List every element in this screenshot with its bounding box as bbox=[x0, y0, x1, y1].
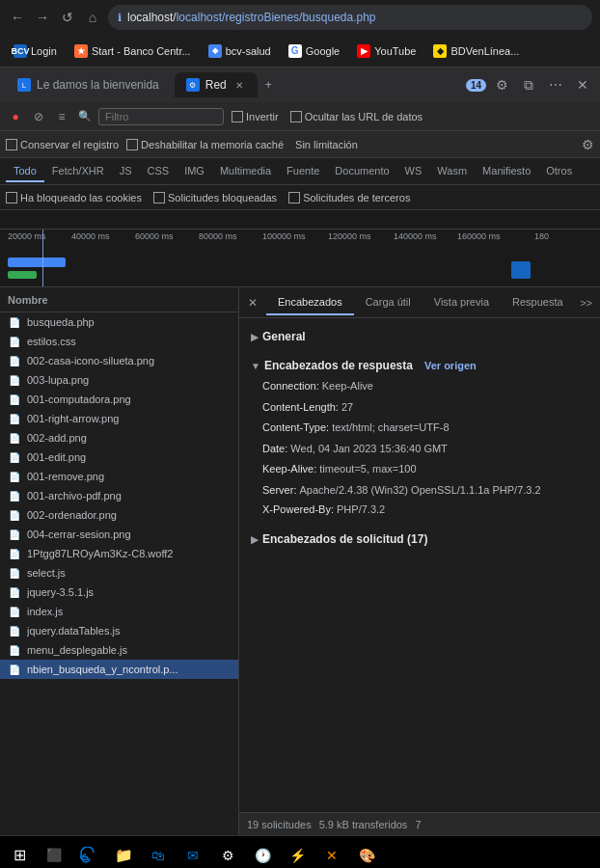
filter-tab-img[interactable]: IMG bbox=[177, 161, 212, 182]
file-name-f14: select.js bbox=[27, 567, 66, 579]
bookmark-bdven-label: BDVenLínea... bbox=[450, 45, 519, 57]
more-button[interactable]: ⋯ bbox=[544, 73, 567, 96]
tab-respuesta[interactable]: Respuesta bbox=[501, 290, 575, 315]
address-bar[interactable]: ℹ localhost/localhost/registroBienes/bus… bbox=[108, 5, 592, 30]
bloqueado-checkbox[interactable]: Ha bloqueado las cookies bbox=[6, 192, 142, 203]
filter-tab-manifiesto[interactable]: Manifiesto bbox=[475, 161, 538, 182]
filter-input[interactable] bbox=[98, 108, 224, 125]
header-row-content-type: Content-Type: text/html; charset=UTF-8 bbox=[251, 418, 588, 439]
ocultar-checkbox[interactable]: Ocultar las URL de datos bbox=[290, 111, 423, 122]
filter-tab-js[interactable]: JS bbox=[112, 161, 140, 182]
file-item-f7[interactable]: 📄 002-add.png bbox=[0, 428, 238, 448]
filter-tab-fetch[interactable]: Fetch/XHR bbox=[44, 161, 112, 182]
edge-button[interactable] bbox=[73, 840, 104, 869]
file-item-f18[interactable]: 📄 menu_desplegable.js bbox=[0, 640, 238, 660]
invertir-check-box[interactable] bbox=[232, 111, 243, 122]
sublime-button[interactable]: ⚡ bbox=[282, 840, 313, 869]
clock-button[interactable]: 🕐 bbox=[247, 840, 278, 869]
explorer-button[interactable]: 📁 bbox=[108, 840, 139, 869]
invertir-checkbox[interactable]: Invertir bbox=[232, 111, 279, 122]
filter-tab-documento[interactable]: Documento bbox=[327, 161, 396, 182]
terceros-checkbox[interactable]: Solicitudes de terceros bbox=[288, 192, 410, 203]
conservar-checkbox[interactable]: Conservar el registro bbox=[6, 139, 119, 150]
tab-preview[interactable]: Vista previa bbox=[423, 290, 501, 315]
file-item-f16[interactable]: 📄 index.js bbox=[0, 602, 238, 621]
bookmark-start-label: Start - Banco Centr... bbox=[92, 45, 191, 57]
view-source-link[interactable]: Ver origen bbox=[424, 360, 477, 371]
file-name-f5: 001-computadora.png bbox=[27, 393, 131, 405]
tab-carga[interactable]: Carga útil bbox=[354, 290, 423, 315]
file-item-f15[interactable]: 📄 jquery-3.5.1.js bbox=[0, 583, 238, 602]
file-item-f4[interactable]: 📄 003-lupa.png bbox=[0, 370, 238, 390]
file-item-f3[interactable]: 📄 002-casa-icono-silueta.png bbox=[0, 351, 238, 370]
filter-tab-otros[interactable]: Otros bbox=[538, 161, 580, 182]
deshabilitar-checkbox[interactable]: Deshabilitar la memoria caché bbox=[126, 139, 284, 150]
file-item-f5[interactable]: 📄 001-computadora.png bbox=[0, 390, 238, 409]
file-item-busqueda[interactable]: 📄 busqueda.php bbox=[0, 312, 238, 332]
edge-icon bbox=[80, 847, 97, 864]
file-item-f8[interactable]: 📄 001-edit.png bbox=[0, 448, 238, 467]
filter-tab-wasm[interactable]: Wasm bbox=[429, 161, 475, 182]
timeline[interactable]: 20000 ms 40000 ms 60000 ms 80000 ms 1000… bbox=[0, 210, 600, 287]
file-item-f14[interactable]: 📄 select.js bbox=[0, 563, 238, 583]
deshabilitar-check-box[interactable] bbox=[126, 139, 138, 150]
file-js-icon-18: 📄 bbox=[8, 643, 21, 657]
tab-bienvenida[interactable]: L Le damos la bienvenida bbox=[6, 72, 171, 97]
general-section-header[interactable]: ▶ General bbox=[251, 326, 588, 347]
conservar-check-box[interactable] bbox=[6, 139, 17, 150]
tab-new[interactable]: + bbox=[261, 74, 276, 95]
solicitudes-bloq-checkbox[interactable]: Solicitudes bloqueadas bbox=[153, 192, 277, 203]
bookmark-bdven[interactable]: ◆ BDVenLínea... bbox=[425, 41, 527, 61]
file-item-f10[interactable]: 📄 001-archivo-pdf.png bbox=[0, 486, 238, 505]
request-section-header[interactable]: ▶ Encabezados de solicitud (17) bbox=[251, 529, 588, 550]
task-view-button[interactable]: ⬛ bbox=[39, 840, 69, 869]
start-button[interactable]: ⊞ bbox=[4, 840, 35, 869]
back-button[interactable]: ← bbox=[8, 8, 27, 27]
file-item-f13[interactable]: 📄 1Ptgg87LROyAm3Kz-C8.woff2 bbox=[0, 544, 238, 563]
extensions-button[interactable]: ⧉ bbox=[517, 73, 540, 96]
more-tabs-button[interactable]: >> bbox=[576, 293, 596, 312]
throttle-gear-icon[interactable]: ⚙ bbox=[582, 137, 594, 152]
close-window-button[interactable]: ✕ bbox=[571, 73, 594, 96]
bookmark-youtube[interactable]: ▶ YouTube bbox=[349, 41, 423, 61]
search-button[interactable]: 🔍 bbox=[75, 107, 95, 126]
file-item-f9[interactable]: 📄 001-remove.png bbox=[0, 467, 238, 486]
settings-button[interactable]: ⚙ bbox=[490, 73, 513, 96]
settings-taskbar-button[interactable]: ⚙ bbox=[212, 840, 243, 869]
tab-red-close[interactable]: ✕ bbox=[232, 78, 246, 92]
file-item-f11[interactable]: 📄 002-ordenador.png bbox=[0, 505, 238, 525]
details-close-button[interactable]: ✕ bbox=[243, 293, 262, 312]
filter-tab-multimedia[interactable]: Multimedia bbox=[212, 161, 279, 182]
response-section-header[interactable]: ▼ Encabezados de respuesta Ver origen bbox=[251, 355, 588, 376]
bookmark-bcv[interactable]: BCV Login bbox=[6, 41, 65, 61]
header-key-connection: Connection: bbox=[262, 380, 322, 392]
filter-toggle-button[interactable]: ≡ bbox=[52, 107, 71, 126]
file-item-f12[interactable]: 📄 004-cerrar-sesion.png bbox=[0, 525, 238, 544]
tab-badge: 14 bbox=[466, 79, 486, 92]
refresh-button[interactable]: ↺ bbox=[58, 8, 77, 27]
file-item-f17[interactable]: 📄 jquery.dataTables.js bbox=[0, 621, 238, 640]
file-item-estilos[interactable]: 📄 estilos.css bbox=[0, 332, 238, 351]
filter-tab-css[interactable]: CSS bbox=[140, 161, 177, 182]
bookmarks-bar: BCV Login ★ Start - Banco Centr... ◆ bcv… bbox=[0, 35, 600, 68]
bookmark-google[interactable]: G Google bbox=[281, 41, 347, 61]
xampp-button[interactable]: ✕ bbox=[316, 840, 347, 869]
filter-tab-fuente[interactable]: Fuente bbox=[279, 161, 327, 182]
clear-button[interactable]: ⊘ bbox=[29, 107, 48, 126]
timeline-area[interactable]: 20000 ms 40000 ms 60000 ms 80000 ms 1000… bbox=[0, 230, 600, 286]
ocultar-check-box[interactable] bbox=[290, 111, 302, 122]
store-button[interactable]: 🛍 bbox=[143, 840, 174, 869]
filter-tab-todo[interactable]: Todo bbox=[6, 161, 44, 182]
tab-red[interactable]: ⚙ Red ✕ bbox=[175, 72, 258, 97]
bookmark-bcvsalud[interactable]: ◆ bcv-salud bbox=[201, 41, 279, 61]
home-button[interactable]: ⌂ bbox=[83, 8, 102, 27]
forward-button[interactable]: → bbox=[33, 8, 52, 27]
filter-tab-ws[interactable]: WS bbox=[397, 161, 430, 182]
bookmark-start[interactable]: ★ Start - Banco Centr... bbox=[67, 41, 199, 61]
record-button[interactable]: ● bbox=[6, 107, 25, 126]
paint-button[interactable]: 🎨 bbox=[351, 840, 382, 869]
file-item-f6[interactable]: 📄 001-right-arrow.png bbox=[0, 409, 238, 428]
mail-button[interactable]: ✉ bbox=[177, 840, 208, 869]
tab-encabezados[interactable]: Encabezados bbox=[266, 290, 354, 315]
file-item-f19[interactable]: 📄 nbien_busqueda_y_ncontrol.p... bbox=[0, 660, 238, 679]
